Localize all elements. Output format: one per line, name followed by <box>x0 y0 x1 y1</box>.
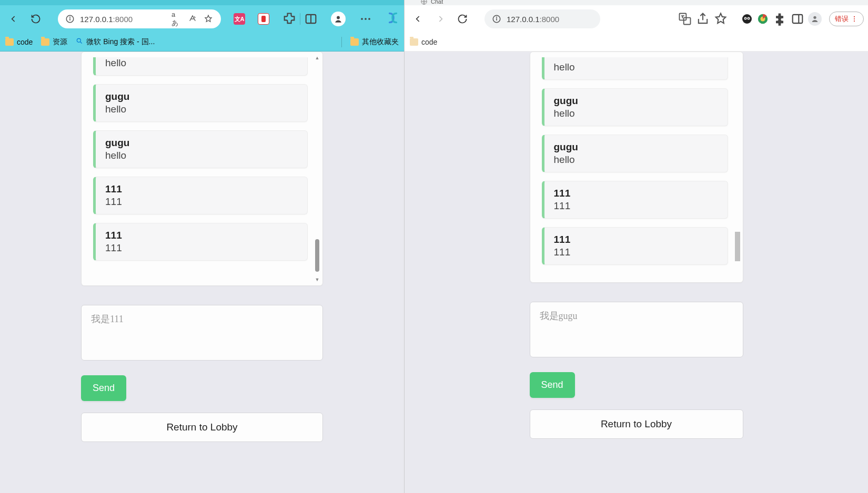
message-sender: 111 <box>105 230 298 241</box>
message-sender: gugu <box>554 95 718 107</box>
translate-icon[interactable] <box>678 12 692 26</box>
bookmark-label: code <box>421 38 437 46</box>
svg-line-11 <box>80 42 82 44</box>
site-info-icon[interactable] <box>492 14 501 24</box>
scroll-down-icon[interactable]: ▼ <box>314 277 320 282</box>
message-text: 111 <box>105 242 298 254</box>
message-input[interactable] <box>530 302 743 357</box>
message-sender: 111 <box>554 188 718 199</box>
extensions-puzzle-icon[interactable] <box>772 12 787 26</box>
tab[interactable]: Chat <box>420 0 443 5</box>
forward-button <box>431 9 450 28</box>
message-sender: gugu <box>554 141 718 153</box>
message-input[interactable] <box>81 305 323 361</box>
svg-point-8 <box>365 18 367 20</box>
extension-icon[interactable] <box>258 13 269 25</box>
share-icon[interactable] <box>695 12 710 26</box>
chat-app: hello gugu hello gugu hello 111 111 <box>530 52 743 439</box>
scroll-up-icon[interactable]: ▲ <box>314 55 320 60</box>
svg-rect-25 <box>793 15 803 23</box>
site-info-icon[interactable] <box>65 14 75 24</box>
message-text: 111 <box>554 246 718 258</box>
back-button[interactable] <box>4 9 23 28</box>
bookmarks-bar: code 资源 微软 Bing 搜索 - 国... 其他收藏夹 <box>0 33 404 52</box>
translate-icon[interactable]: aあ <box>171 14 182 24</box>
message-text: 111 <box>105 196 298 208</box>
back-button[interactable] <box>409 9 428 28</box>
scrollbar-thumb[interactable] <box>315 239 319 272</box>
address-bar[interactable]: 127.0.0.1:8000 aあ <box>58 9 221 28</box>
bookmark-folder[interactable]: code <box>410 38 437 46</box>
chat-message: gugu hello <box>93 84 308 122</box>
chat-scroll-area[interactable]: hello gugu hello gugu hello 111 111 <box>90 57 322 280</box>
folder-icon <box>350 38 359 46</box>
chat-message: 111 111 <box>93 223 308 261</box>
message-sender: gugu <box>105 91 298 102</box>
chat-app: hello gugu hello gugu hello 111 111 <box>81 52 323 442</box>
message-sender: gugu <box>105 137 298 149</box>
send-button[interactable]: Send <box>81 375 126 401</box>
send-button[interactable]: Send <box>530 372 575 398</box>
tab-strip <box>0 0 404 5</box>
svg-point-12 <box>421 0 427 4</box>
message-text: hello <box>105 150 298 161</box>
extension-icon[interactable] <box>756 13 769 25</box>
page-content: hello gugu hello gugu hello 111 111 <box>0 52 404 493</box>
more-menu-icon[interactable] <box>358 12 373 26</box>
error-indicator[interactable]: 错误 <box>829 12 864 26</box>
folder-icon <box>410 38 418 46</box>
message-text: hello <box>105 57 298 69</box>
return-lobby-button[interactable]: Return to Lobby <box>81 413 323 442</box>
more-vert-icon <box>851 15 858 23</box>
bookmark-label: 资源 <box>53 37 67 47</box>
copilot-icon[interactable] <box>386 11 400 27</box>
scrollbar[interactable]: ▲ ▼ <box>314 55 320 282</box>
bookmark-label: 微软 Bing 搜索 - 国... <box>86 37 155 47</box>
bookmarks-bar: code <box>405 33 868 52</box>
address-text: 127.0.0.1:8000 <box>507 15 559 24</box>
scrollbar-thumb[interactable] <box>735 232 740 261</box>
browser-window-left: 127.0.0.1:8000 aあ 文A code 资源 微软 Bing 搜索 … <box>0 0 404 493</box>
folder-icon <box>41 38 49 46</box>
refresh-button[interactable] <box>26 9 45 28</box>
extension-icon[interactable]: 文A <box>234 13 245 25</box>
scrollbar[interactable] <box>734 55 741 279</box>
message-sender: 111 <box>105 183 298 195</box>
chat-messages-panel: hello gugu hello gugu hello 111 111 <box>81 52 323 286</box>
sidepanel-icon[interactable] <box>790 12 805 26</box>
return-lobby-button[interactable]: Return to Lobby <box>530 409 743 439</box>
extensions-puzzle-icon[interactable] <box>282 12 297 26</box>
profile-avatar[interactable] <box>331 12 346 26</box>
folder-icon <box>5 38 14 46</box>
split-screen-icon[interactable] <box>304 12 318 26</box>
svg-point-22 <box>748 18 749 19</box>
chat-scroll-area[interactable]: hello gugu hello gugu hello 111 111 <box>539 57 743 277</box>
favorite-star-icon[interactable] <box>713 12 728 26</box>
address-text: 127.0.0.1:8000 <box>80 15 133 24</box>
error-label: 错误 <box>835 14 849 24</box>
bookmark-folder[interactable]: code <box>5 38 33 46</box>
extension-icon[interactable] <box>741 13 753 25</box>
svg-point-28 <box>854 16 855 17</box>
separator <box>341 37 342 47</box>
svg-point-15 <box>497 17 497 17</box>
bookmark-item[interactable]: 微软 Bing 搜索 - 国... <box>76 37 155 47</box>
refresh-button[interactable] <box>453 9 472 28</box>
tab-title: Chat <box>431 0 443 5</box>
favorite-star-icon[interactable] <box>203 14 214 24</box>
browser-toolbar: 127.0.0.1:8000 aあ 文A <box>0 5 404 33</box>
chat-message: 111 111 <box>542 181 728 219</box>
svg-point-10 <box>77 38 81 42</box>
message-text: hello <box>105 104 298 115</box>
svg-point-27 <box>813 16 816 19</box>
bookmark-overflow[interactable]: 其他收藏夹 <box>350 37 399 47</box>
bookmark-label: 其他收藏夹 <box>362 37 399 47</box>
profile-avatar[interactable] <box>808 12 822 26</box>
message-text: hello <box>554 61 718 73</box>
svg-point-2 <box>70 17 70 17</box>
address-bar[interactable]: 127.0.0.1:8000 <box>485 9 600 28</box>
search-icon <box>76 37 83 46</box>
browser-window-right: Chat 127.0.0.1:8000 错误 <box>404 0 868 493</box>
bookmark-folder[interactable]: 资源 <box>41 37 67 47</box>
read-aloud-icon[interactable] <box>187 14 198 24</box>
